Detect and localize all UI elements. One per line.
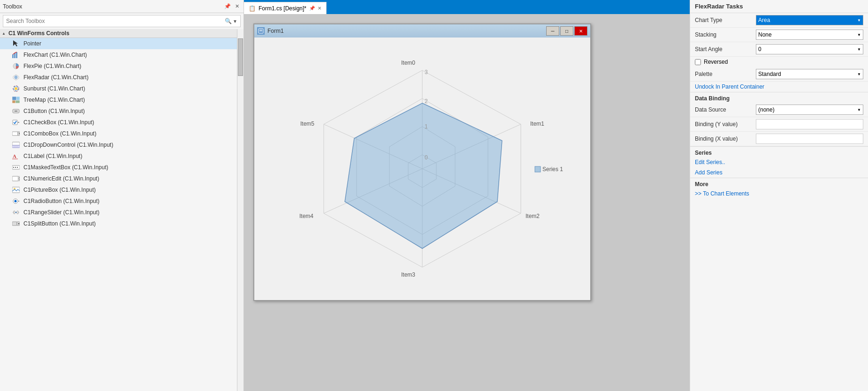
svg-rect-12 <box>12 100 15 103</box>
data-source-value: (none) ▼ <box>756 105 863 115</box>
form-content: 2 1 0 3 Item0 Item1 Item2 Item3 Item4 It… <box>254 38 590 300</box>
rangeslider-icon <box>11 208 21 217</box>
to-chart-elements-link[interactable]: >> To Chart Elements <box>695 190 749 197</box>
chart-type-dropdown[interactable]: Area ▼ <box>756 15 863 25</box>
toolbox-item-label-pointer: Pointer <box>23 40 41 47</box>
toolbox-item-c1button[interactable]: C1Button (C1.Win.Input) <box>0 105 237 117</box>
stacking-dropdown-arrow: ▼ <box>857 33 861 37</box>
numericedit-icon: ▲▼ <box>11 174 21 183</box>
toolbox-item-c1maskedtextbox[interactable]: C1MaskedTextBox (C1.Win.Input) <box>0 162 237 173</box>
svg-text:Item3: Item3 <box>401 271 415 278</box>
svg-point-7 <box>15 87 17 90</box>
binding-x-row: Binding (X value) <box>690 132 868 146</box>
toolbox-item-c1combobox[interactable]: ▼ C1ComboBox (C1.Win.Input) <box>0 128 237 139</box>
tab-close-icon[interactable]: ✕ <box>318 6 321 11</box>
toolbox-item-c1label[interactable]: A C1Label (C1.Win.Input) <box>0 150 237 162</box>
toolbox-section-header[interactable]: C1 WinForms Controls <box>0 29 237 38</box>
add-series-link-row: Add Series <box>690 167 868 178</box>
palette-dropdown[interactable]: Standard ▼ <box>756 69 863 79</box>
toolbox-panel: Toolbox 📌 ✕ 🔍 ▼ C1 WinForms Controls Poi… <box>0 0 244 391</box>
binding-x-value <box>756 134 863 144</box>
binding-y-label: Binding (Y value) <box>695 121 756 128</box>
toolbox-item-c1picturebox[interactable]: C1PictureBox (C1.Win.Input) <box>0 184 237 196</box>
toolbox-list: C1 WinForms Controls Pointer FlexChart (… <box>0 29 237 391</box>
toolbox-item-c1rangeslider[interactable]: C1RangeSlider (C1.Win.Input) <box>0 207 237 218</box>
toolbox-item-c1dropdown[interactable]: C1DropDownControl (C1.Win.Input) <box>0 139 237 150</box>
scrollbar-thumb[interactable] <box>238 38 243 76</box>
stacking-value: None ▼ <box>756 30 863 40</box>
svg-rect-43 <box>14 211 15 214</box>
pin-icon[interactable]: 📌 <box>224 3 231 10</box>
svg-text:▼: ▼ <box>18 132 20 135</box>
data-source-dropdown-arrow: ▼ <box>857 108 861 112</box>
toolbox-item-label-c1dropdown: C1DropDownControl (C1.Win.Input) <box>23 142 113 148</box>
toolbox-item-c1numericedit[interactable]: ▲▼ C1NumericEdit (C1.Win.Input) <box>0 173 237 184</box>
toolbox-item-c1checkbox[interactable]: C1CheckBox (C1.Win.Input) <box>0 117 237 128</box>
toolbox-item-treemap[interactable]: TreeMap (C1.Win.Chart) <box>0 94 237 105</box>
svg-text:Series 1: Series 1 <box>542 166 563 173</box>
close-button[interactable]: ✕ <box>574 26 587 36</box>
toolbox-item-label-flexpie: FlexPie (C1.Win.Chart) <box>23 63 81 69</box>
stacking-dropdown[interactable]: None ▼ <box>756 30 863 40</box>
toolbox-item-c1radiobutton[interactable]: C1RadioButton (C1.Win.Input) <box>0 196 237 207</box>
toolbox-item-flexchart[interactable]: FlexChart (C1.Win.Chart) <box>0 49 237 60</box>
sunburst-icon <box>11 84 21 93</box>
toolbox-item-label-c1numericedit: C1NumericEdit (C1.Win.Input) <box>23 175 99 182</box>
palette-dropdown-arrow: ▼ <box>857 72 861 76</box>
tab-pin-icon[interactable]: 📌 <box>309 6 315 11</box>
toolbox-item-label-c1radiobutton: C1RadioButton (C1.Win.Input) <box>23 198 99 204</box>
svg-text:Item5: Item5 <box>300 120 314 127</box>
pointer-icon <box>11 39 21 48</box>
tab-form1-design[interactable]: 📋 Form1.cs [Design]* 📌 ✕ <box>244 2 327 14</box>
toolbox-item-label-flexchart: FlexChart (C1.Win.Chart) <box>23 52 87 58</box>
add-series-link[interactable]: Add Series <box>695 169 723 176</box>
toolbox-scrollbar[interactable] <box>237 29 244 391</box>
series-header: Series <box>690 146 868 157</box>
form-controls: ─ □ ✕ <box>546 26 587 36</box>
minimize-button[interactable]: ─ <box>546 26 559 36</box>
close-icon[interactable]: ✕ <box>233 3 241 10</box>
binding-x-label: Binding (X value) <box>695 135 756 142</box>
binding-y-row: Binding (Y value) <box>690 117 868 132</box>
toolbox-item-flexpie[interactable]: FlexPie (C1.Win.Chart) <box>0 60 237 72</box>
combobox-icon: ▼ <box>11 129 21 138</box>
toolbox-item-pointer[interactable]: Pointer <box>0 38 237 49</box>
svg-rect-72 <box>535 166 541 172</box>
toolbox-item-c1splitbutton[interactable]: ▼ C1SplitButton (C1.Win.Input) <box>0 218 237 229</box>
chart-type-label: Chart Type <box>695 17 756 23</box>
toolbox-item-label-c1label: C1Label (C1.Win.Input) <box>23 153 82 159</box>
svg-text:Item1: Item1 <box>530 120 544 127</box>
chart-type-dropdown-arrow: ▼ <box>857 18 861 23</box>
button-icon <box>11 106 21 116</box>
to-chart-elements-link-row: >> To Chart Elements <box>690 188 868 199</box>
svg-text:Item4: Item4 <box>299 213 313 219</box>
edit-series-link-row: Edit Series.. <box>690 157 868 167</box>
binding-x-input[interactable] <box>756 134 863 144</box>
start-angle-dropdown[interactable]: 0 ▼ <box>756 44 863 54</box>
svg-rect-13 <box>15 100 20 103</box>
svg-rect-3 <box>16 52 17 58</box>
reversed-checkbox[interactable] <box>695 59 701 65</box>
splitbutton-icon: ▼ <box>11 219 21 228</box>
toolbox-title: Toolbox <box>3 3 22 10</box>
svg-text:3: 3 <box>425 69 428 75</box>
toolbox-item-label-c1combobox: C1ComboBox (C1.Win.Input) <box>23 130 96 137</box>
form-title-left: Form1 <box>257 27 284 35</box>
reversed-row: Reversed <box>690 57 868 67</box>
svg-text:▼: ▼ <box>19 179 20 181</box>
palette-row: Palette Standard ▼ <box>690 67 868 82</box>
start-angle-dropdown-arrow: ▼ <box>857 47 861 52</box>
binding-y-input[interactable] <box>756 119 863 129</box>
tab-label: Form1.cs [Design]* <box>259 5 306 12</box>
undock-link[interactable]: Undock In Parent Container <box>695 83 764 90</box>
edit-series-link[interactable]: Edit Series.. <box>695 159 725 165</box>
toolbox-search-bar: 🔍 ▼ <box>3 15 241 27</box>
maximize-button[interactable]: □ <box>560 26 573 36</box>
form-icon <box>257 27 265 35</box>
toolbox-item-label-c1rangeslider: C1RangeSlider (C1.Win.Input) <box>23 209 99 216</box>
toolbox-item-sunburst[interactable]: Sunburst (C1.Win.Chart) <box>0 83 237 94</box>
search-dropdown-icon[interactable]: ▼ <box>233 19 237 24</box>
toolbox-item-flexradar[interactable]: FlexRadar (C1.Win.Chart) <box>0 72 237 83</box>
search-input[interactable] <box>6 18 225 24</box>
data-source-dropdown[interactable]: (none) ▼ <box>756 105 863 115</box>
